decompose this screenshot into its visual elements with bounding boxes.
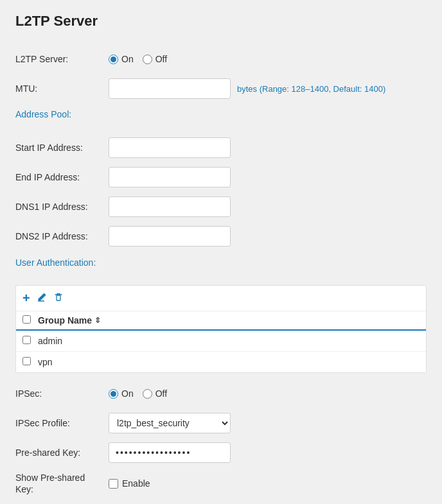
start-ip-input[interactable]: 192.168.170.50 xyxy=(109,137,231,158)
mtu-input[interactable]: 1400 xyxy=(109,78,231,99)
row-checkbox-cell xyxy=(22,357,38,367)
delete-icon[interactable] xyxy=(53,292,64,305)
form-section: L2TP Server: On Off MTU: 1400 bytes (Ran… xyxy=(15,49,427,495)
ipsec-radio-group: On Off xyxy=(109,388,167,399)
ipsec-profile-row: IPSec Profile: l2tp_best_security l2tp_d… xyxy=(15,413,427,433)
svg-rect-1 xyxy=(57,295,60,300)
user-auth-table-container: + xyxy=(15,285,427,373)
dns1-row: DNS1 IP Address: 192.168.170.1 xyxy=(15,196,427,217)
select-all-checkbox[interactable] xyxy=(22,315,31,324)
page-title: L2TP Server xyxy=(15,13,427,36)
table-row: vpn xyxy=(16,352,426,372)
preshared-key-row: Pre-shared Key: xyxy=(15,442,427,463)
show-preshared-key-label: Show Pre-shared Key: xyxy=(15,472,109,495)
row-vpn-checkbox[interactable] xyxy=(22,357,31,365)
ipsec-label: IPSec: xyxy=(15,388,109,399)
l2tp-on-radio[interactable] xyxy=(109,55,118,64)
l2tp-server-radio-group: On Off xyxy=(109,54,167,64)
svg-rect-0 xyxy=(38,300,44,302)
group-name-header[interactable]: Group Name ⇕ xyxy=(38,315,101,326)
dns1-label: DNS1 IP Address: xyxy=(15,202,109,212)
ipsec-off-label: Off xyxy=(155,388,167,399)
ipsec-off-radio[interactable] xyxy=(143,389,152,399)
row-checkbox-cell xyxy=(22,336,38,346)
end-ip-row: End IP Address: 192.168.170.200 xyxy=(15,167,427,187)
l2tp-on-label: On xyxy=(121,54,134,64)
user-auth-row: User Authentication: xyxy=(15,256,427,276)
address-pool-label: Address Pool: xyxy=(15,109,71,119)
table-row: admin xyxy=(16,331,426,352)
row-admin-checkbox[interactable] xyxy=(22,336,31,344)
row-admin-name: admin xyxy=(38,336,62,346)
address-pool-row: Address Pool: xyxy=(15,108,427,128)
mtu-label: MTU: xyxy=(15,83,109,94)
ipsec-profile-label: IPSec Profile: xyxy=(15,418,109,428)
mtu-row: MTU: 1400 bytes (Range: 128–1400, Defaul… xyxy=(15,78,427,99)
ipsec-row: IPSec: On Off xyxy=(15,383,427,404)
preshared-key-label: Pre-shared Key: xyxy=(15,448,109,458)
ipsec-on-label: On xyxy=(121,388,134,399)
table-toolbar: + xyxy=(16,286,426,311)
show-preshared-key-row: Show Pre-shared Key: Enable xyxy=(15,472,427,495)
dns1-input[interactable]: 192.168.170.1 xyxy=(109,196,231,217)
l2tp-off-option[interactable]: Off xyxy=(143,54,167,64)
row-vpn-name: vpn xyxy=(38,357,53,367)
ipsec-off-option[interactable]: Off xyxy=(143,388,167,399)
dns2-row: DNS2 IP Address: xyxy=(15,226,427,247)
l2tp-off-radio[interactable] xyxy=(143,55,152,64)
mtu-hint: bytes (Range: 128–1400, Default: 1400) xyxy=(237,84,385,94)
end-ip-input[interactable]: 192.168.170.200 xyxy=(109,167,231,187)
start-ip-label: Start IP Address: xyxy=(15,143,109,153)
end-ip-label: End IP Address: xyxy=(15,172,109,182)
add-icon[interactable]: + xyxy=(22,291,30,306)
dns2-input[interactable] xyxy=(109,226,231,247)
l2tp-off-label: Off xyxy=(155,54,167,64)
show-key-checkbox[interactable] xyxy=(109,479,118,489)
enable-label: Enable xyxy=(122,478,150,489)
user-auth-label: User Authentication: xyxy=(15,257,96,268)
page-container: L2TP Server L2TP Server: On Off MTU: 140… xyxy=(0,0,442,504)
l2tp-on-option[interactable]: On xyxy=(109,54,134,64)
header-checkbox-cell xyxy=(22,315,38,326)
sort-icon: ⇕ xyxy=(94,316,101,325)
enable-checkbox-group: Enable xyxy=(109,478,150,489)
ipsec-profile-select[interactable]: l2tp_best_security l2tp_default l2tp_cus… xyxy=(109,413,231,433)
table-header: Group Name ⇕ xyxy=(16,311,426,331)
dns2-label: DNS2 IP Address: xyxy=(15,231,109,241)
start-ip-row: Start IP Address: 192.168.170.50 xyxy=(15,137,427,158)
l2tp-server-label: L2TP Server: xyxy=(15,54,109,64)
l2tp-server-row: L2TP Server: On Off xyxy=(15,49,427,69)
preshared-key-input[interactable] xyxy=(109,442,231,463)
ipsec-on-option[interactable]: On xyxy=(109,388,134,399)
edit-icon[interactable] xyxy=(37,292,47,305)
ipsec-on-radio[interactable] xyxy=(109,389,118,399)
